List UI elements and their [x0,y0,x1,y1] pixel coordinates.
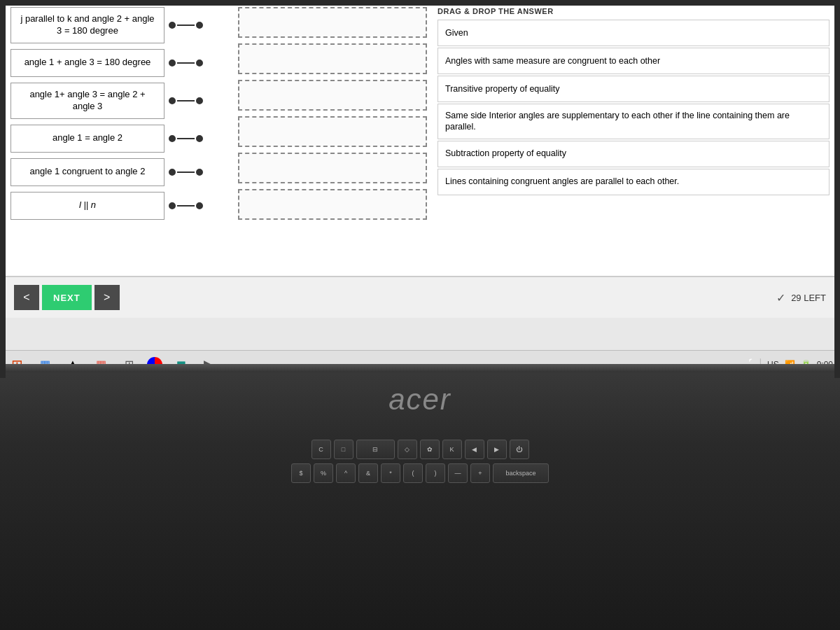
answer-card-3[interactable]: Transitive property of equality [438,76,830,102]
line-4 [177,138,195,139]
left-panel: j parallel to k and angle 2 + angle 3 = … [10,7,227,269]
answer-text-6: Lines containing congruent angles are pa… [445,176,679,187]
prev-button[interactable]: < [14,285,39,310]
statement-row-6: l || n [10,192,227,220]
prev-icon: < [23,291,29,304]
key-settings1[interactable]: ◇ [398,440,417,459]
key-minus[interactable]: — [448,463,468,483]
dot-left-5 [169,169,176,176]
line-5 [177,172,195,173]
line-2 [177,62,195,64]
key-lparen[interactable]: ( [403,463,423,483]
answer-text-2: Angles with same measure are congruent t… [445,55,660,66]
statement-row-3: angle 1+ angle 3 = angle 2 + angle 3 [10,83,227,119]
statement-box-2: angle 1 + angle 3 = 180 degree [10,49,164,77]
left-count: 29 LEFT [791,293,826,303]
screen: j parallel to k and angle 2 + angle 3 = … [0,0,840,364]
key-square[interactable]: □ [334,440,354,459]
statement-text-5: angle 1 congruent to angle 2 [30,166,146,178]
drop-zone-3[interactable] [238,80,427,111]
answer-card-1[interactable]: Given [438,20,830,46]
key-asterisk[interactable]: * [381,463,400,483]
next-button[interactable]: NEXT [42,285,92,310]
dot-left-2 [169,59,176,66]
key-plus[interactable]: + [470,463,490,483]
laptop-hinge [0,364,840,372]
statement-text-2: angle 1 + angle 3 = 180 degree [24,57,151,69]
answer-text-1: Given [445,27,468,38]
dot-right-4 [196,135,203,142]
statement-box-4: angle 1 = angle 2 [10,125,164,153]
forward-icon: > [104,291,110,304]
statement-box-1: j parallel to k and angle 2 + angle 3 = … [10,7,164,43]
key-c[interactable]: C [312,440,331,459]
statement-box-5: angle 1 congruent to angle 2 [10,158,164,186]
laptop-body: acer C □ ⊟ ◇ ✿ K ◀ ▶ ⏻ $ % ^ & * ( ) — +… [0,364,840,630]
right-panel: DRAG & DROP THE ANSWER Given Angles with… [438,7,830,269]
dot-right-5 [196,169,203,176]
statement-box-6: l || n [10,192,164,220]
key-ampersand[interactable]: & [358,463,378,483]
statement-row-2: angle 1 + angle 3 = 180 degree [10,49,227,77]
dot-right-1 [196,22,203,29]
nav-buttons: < NEXT > [14,285,120,310]
drop-zone-6[interactable] [238,189,427,220]
answer-text-3: Transitive property of equality [445,83,560,94]
drop-zone-2[interactable] [238,43,427,74]
acer-logo: acer [388,383,451,416]
line-1 [177,24,195,26]
middle-panel [238,7,427,269]
statement-box-3: angle 1+ angle 3 = angle 2 + angle 3 [10,83,164,119]
dot-right-3 [196,97,203,104]
connector-1 [169,22,203,29]
line-3 [177,100,195,102]
key-dollar[interactable]: $ [291,463,311,483]
statement-text-1: j parallel to k and angle 2 + angle 3 = … [18,13,157,37]
answer-card-5[interactable]: Subtraction property of equality [438,141,830,167]
line-6 [177,205,195,206]
dot-right-2 [196,59,203,66]
key-percent[interactable]: % [314,463,333,483]
key-settings2[interactable]: ✿ [420,440,440,459]
answer-text-4: Same side Interior angles are supplement… [445,110,822,133]
main-area: j parallel to k and angle 2 + angle 3 = … [0,0,840,276]
dot-right-6 [196,202,203,209]
dot-left-6 [169,202,176,209]
dot-left-4 [169,135,176,142]
connector-6 [169,202,203,209]
key-split[interactable]: ⊟ [356,440,395,459]
status-area: ✓ 29 LEFT [776,291,826,304]
drop-zone-5[interactable] [238,153,427,183]
next-label: NEXT [53,293,80,303]
key-power[interactable]: ⏻ [510,440,529,459]
bottom-bar: < NEXT > ✓ 29 LEFT [0,276,840,318]
statement-text-4: angle 1 = angle 2 [52,132,122,144]
key-backspace[interactable]: backspace [493,463,549,483]
connector-2 [169,59,203,66]
key-vol-up[interactable]: ▶ [487,440,507,459]
connector-5 [169,169,203,176]
drag-drop-label: DRAG & DROP THE ANSWER [438,7,830,15]
key-vol-down[interactable]: ◀ [465,440,484,459]
answer-card-2[interactable]: Angles with same measure are congruent t… [438,48,830,74]
answer-text-5: Subtraction property of equality [445,148,566,159]
connector-4 [169,135,203,142]
drop-zone-1[interactable] [238,7,427,38]
dot-left-1 [169,22,176,29]
answer-card-4[interactable]: Same side Interior angles are supplement… [438,104,830,139]
answer-card-6[interactable]: Lines containing congruent angles are pa… [438,169,830,195]
keyboard-row-fn: C □ ⊟ ◇ ✿ K ◀ ▶ ⏻ [42,438,798,461]
keyboard-row-num: $ % ^ & * ( ) — + backspace [42,461,798,485]
forward-button[interactable]: > [94,285,120,310]
connector-3 [169,97,203,104]
check-icon: ✓ [776,291,785,304]
statement-row-1: j parallel to k and angle 2 + angle 3 = … [10,7,227,43]
screen-content: j parallel to k and angle 2 + angle 3 = … [0,0,840,318]
key-rparen[interactable]: ) [426,463,445,483]
statement-text-3: angle 1+ angle 3 = angle 2 + angle 3 [18,89,157,113]
key-mute[interactable]: K [442,440,462,459]
statement-row-5: angle 1 congruent to angle 2 [10,158,227,186]
key-caret[interactable]: ^ [336,463,356,483]
statement-text-6: l || n [79,200,96,211]
drop-zone-4[interactable] [238,116,427,147]
